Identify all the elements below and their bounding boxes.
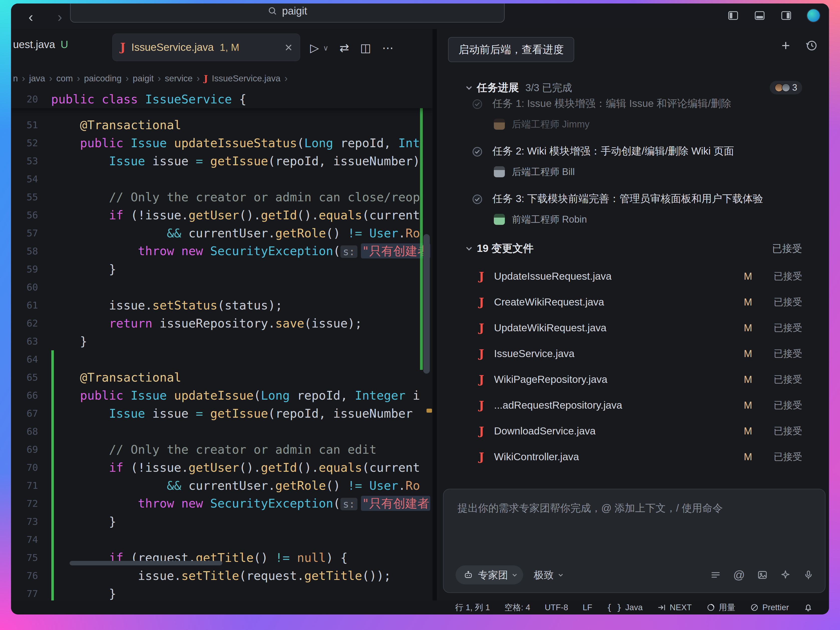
status-item-prettier[interactable]: Prettier	[750, 603, 789, 612]
code-line[interactable]: 53 Issue issue = getIssue(repoId, issueN…	[11, 152, 433, 170]
changed-file-row[interactable]: JIssueService.javaM已接受	[437, 341, 829, 367]
breadcrumb-file[interactable]: IssueService.java	[212, 73, 280, 83]
code-line[interactable]: 73 }	[11, 513, 433, 530]
code-line[interactable]: 56 if (!issue.getUser().getId().equals(c…	[11, 206, 433, 224]
diff-button[interactable]: ⇄	[339, 41, 349, 55]
code-line[interactable]: 72 throw new SecurityException(s:"只有创建者	[11, 494, 433, 513]
line-number: 59	[11, 264, 51, 275]
command-search-input[interactable]: paigit	[70, 3, 505, 22]
code-line[interactable]: 57 && currentUser.getRole() != User.Ro	[11, 224, 433, 242]
run-button[interactable]: ▷	[310, 41, 319, 55]
code-line[interactable]: 55 // Only the creator or admin can clos…	[11, 188, 433, 206]
breadcrumb-segment[interactable]: n	[13, 73, 18, 83]
line-number: 70	[11, 462, 51, 473]
task-item[interactable]: 任务 3: 下载模块前端完善：管理员审核面板和用户下载体验	[472, 192, 829, 210]
tab-active-label: IssueService.java	[131, 41, 214, 53]
code-line[interactable]: 71 && currentUser.getRole() != User.Ro	[11, 476, 433, 494]
code-line[interactable]: 74	[11, 530, 433, 549]
mic-icon[interactable]	[803, 570, 814, 581]
pane-divider[interactable]	[433, 29, 437, 600]
history-icon[interactable]	[805, 39, 818, 52]
new-chat-icon[interactable]: +	[782, 38, 790, 52]
status-item-lf[interactable]: LF	[583, 603, 592, 612]
chat-composer[interactable]: 提出你的需求专家团帮你完成，@ 添加上下文，/ 使用命令 专家团 极致 @	[443, 489, 826, 593]
breadcrumb-segment[interactable]: service	[165, 73, 193, 83]
changed-file-row[interactable]: J...adRequestRepository.javaM已接受	[437, 393, 829, 418]
status-item-next[interactable]: NEXT	[657, 603, 692, 612]
split-editor-button[interactable]: ◫	[360, 41, 371, 55]
code-line[interactable]: 67 Issue issue = getIssue(repoId, issueN…	[11, 404, 433, 423]
line-number: 53	[11, 155, 51, 166]
task-progress-header[interactable]: 任务进展 3/3 已完成 3	[437, 79, 829, 96]
code-line[interactable]: 66 public Issue updateIssue(Long repoId,…	[11, 386, 433, 404]
changed-file-row[interactable]: JUpdateWikiRequest.javaM已接受	[437, 315, 829, 341]
chat-input[interactable]: 提出你的需求专家团帮你完成，@ 添加上下文，/ 使用命令	[458, 501, 811, 515]
agent-selector[interactable]: 专家团	[456, 565, 523, 584]
code-line[interactable]: 20public class IssueService {	[11, 90, 433, 108]
changed-file-row[interactable]: JWikiController.javaM已接受	[437, 444, 829, 470]
sticky-scroll-line[interactable]: 20public class IssueService {	[11, 90, 433, 108]
code-line[interactable]: 65 @Transactional	[11, 368, 433, 386]
code-line[interactable]: 59 }	[11, 260, 433, 278]
code-region[interactable]: 51 @Transactional52 public Issue updateI…	[11, 90, 433, 600]
code-line[interactable]: 54	[11, 170, 433, 188]
breadcrumb-segment[interactable]: paigit	[133, 73, 154, 83]
status-item-utf-8[interactable]: UTF-8	[545, 603, 568, 612]
task-assignee: 后端工程师 Bill	[472, 164, 829, 180]
code-line[interactable]: 62 return issueRepository.save(issue);	[11, 314, 433, 332]
code-line[interactable]: 61 issue.setStatus(status);	[11, 296, 433, 314]
image-icon[interactable]	[757, 570, 768, 581]
code-line[interactable]: 60	[11, 278, 433, 296]
sparkle-icon[interactable]	[780, 570, 791, 581]
notifications-bell-icon[interactable]	[804, 603, 813, 612]
context-list-icon[interactable]	[710, 570, 721, 581]
back-button[interactable]: ‹	[22, 8, 39, 25]
assignee-avatar	[494, 214, 505, 225]
mode-selector[interactable]: 极致	[534, 568, 562, 582]
horizontal-scrollbar[interactable]	[69, 561, 222, 565]
code-line[interactable]: 76 issue.setTitle(request.getTitle());	[11, 567, 433, 585]
status-item-行-1-列-1[interactable]: 行 1, 列 1	[455, 602, 490, 613]
session-title[interactable]: 启动前后端，查看进度	[448, 37, 574, 62]
changed-files-header[interactable]: 19 变更文件 已接受	[437, 240, 829, 257]
search-icon	[268, 6, 278, 16]
code-line[interactable]: 77 }	[11, 585, 433, 600]
breadcrumb-segment[interactable]: paicoding	[84, 73, 122, 83]
code-line[interactable]: 63 }	[11, 332, 433, 350]
task-item[interactable]: 任务 2: Wiki 模块增强：手动创建/编辑/删除 Wiki 页面	[472, 144, 829, 162]
forward-button[interactable]: ›	[51, 8, 69, 25]
code-line[interactable]: 70 if (!issue.getUser().getId().equals(c…	[11, 459, 433, 476]
java-file-icon: J	[479, 426, 484, 437]
file-accepted-label: 已接受	[762, 296, 802, 309]
breadcrumb-segment[interactable]: java	[29, 73, 45, 83]
changed-file-row[interactable]: JUpdateIssueRequest.javaM已接受	[437, 263, 829, 289]
code-line[interactable]: 68	[11, 423, 433, 440]
vertical-scrollbar[interactable]	[423, 234, 430, 374]
toggle-left-panel-icon[interactable]	[727, 9, 739, 22]
code-line[interactable]: 69 // Only the creator or admin can edit	[11, 440, 433, 459]
tab-previous[interactable]: uest.java U	[13, 38, 68, 51]
user-avatar[interactable]	[807, 8, 821, 22]
status-item-java[interactable]: { }Java	[607, 603, 643, 613]
changed-file-row[interactable]: JWikiPageRepository.javaM已接受	[437, 367, 829, 393]
changed-file-row[interactable]: JDownloadService.javaM已接受	[437, 418, 829, 444]
tab-close-icon[interactable]: ×	[285, 41, 292, 54]
mention-icon[interactable]: @	[733, 568, 745, 582]
code-line[interactable]: 58 throw new SecurityException(s:"只有创建者	[11, 242, 433, 260]
status-item-空格-4[interactable]: 空格: 4	[505, 602, 531, 613]
editor-more-button[interactable]: ⋯	[382, 41, 393, 55]
status-item-用量[interactable]: 用量	[706, 602, 735, 613]
line-number: 73	[11, 516, 51, 527]
run-dropdown-icon[interactable]: ∨	[323, 44, 328, 52]
toggle-right-panel-icon[interactable]	[780, 9, 793, 22]
tab-active[interactable]: J IssueService.java 1, M ×	[112, 33, 300, 61]
code-line[interactable]: 64	[11, 350, 433, 368]
code-text: && currentUser.getRole() != User.Ro	[51, 476, 420, 494]
panel-scroll[interactable]: 任务进展 3/3 已完成 3 任务 1: Issue 模块增强：编辑 Issue…	[437, 79, 829, 489]
changed-file-row[interactable]: JCreateWikiRequest.javaM已接受	[437, 289, 829, 315]
code-line[interactable]: 52 public Issue updateIssueStatus(Long r…	[11, 134, 433, 152]
toggle-bottom-panel-icon[interactable]	[753, 9, 766, 22]
breadcrumb-segment[interactable]: com	[56, 73, 73, 83]
task-item[interactable]: 任务 1: Issue 模块增强：编辑 Issue 和评论编辑/删除	[472, 97, 829, 115]
code-line[interactable]: 51 @Transactional	[11, 116, 433, 134]
